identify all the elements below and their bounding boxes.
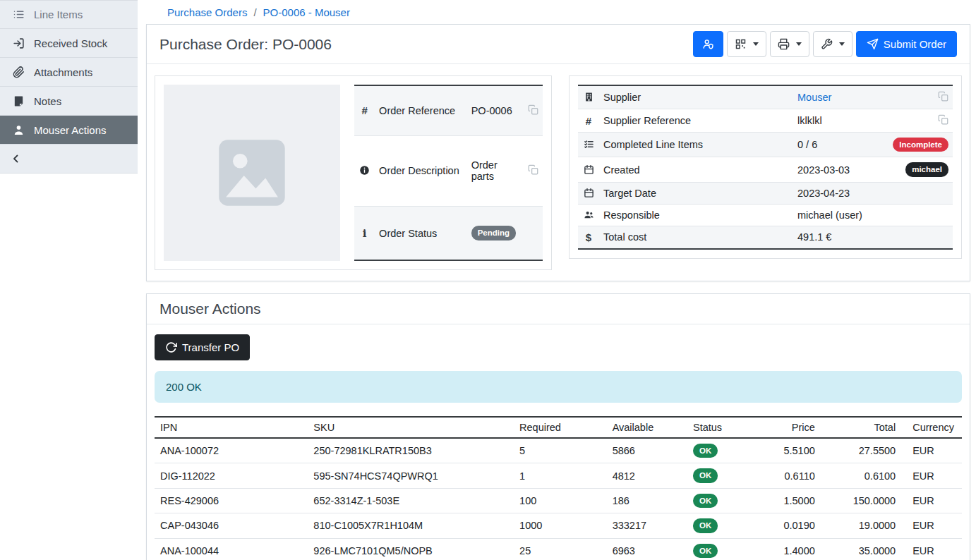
order-info-panel: # Order Reference PO-0006 Order Descript… bbox=[155, 75, 552, 270]
required-cell: 1 bbox=[514, 463, 607, 488]
ipn-cell: RES-429006 bbox=[155, 488, 308, 513]
sidebar-item-line-items[interactable]: Line Items bbox=[0, 0, 138, 29]
sku-cell: 926-LMC7101QM5/NOPB bbox=[308, 538, 514, 560]
hash-icon: # bbox=[586, 115, 591, 127]
chevron-left-icon bbox=[10, 152, 23, 165]
price-cell: 0.0190 bbox=[748, 513, 821, 538]
currency-cell: EUR bbox=[901, 438, 962, 463]
sku-cell: 595-SN74HCS74QPWRQ1 bbox=[308, 463, 514, 488]
paperclip-icon bbox=[12, 66, 25, 78]
parts-table-row: RES-429006 652-3314Z-1-503E 100 186 OK 1… bbox=[155, 488, 962, 513]
sign-in-icon bbox=[12, 37, 25, 49]
supplier-info-table: Supplier Mouser # Supplier Reference lkl… bbox=[578, 85, 953, 250]
ok-badge: OK bbox=[693, 518, 718, 532]
detail-row-supplier: Supplier Mouser bbox=[578, 85, 953, 109]
ok-badge: OK bbox=[693, 468, 718, 482]
calendar-icon bbox=[584, 188, 594, 198]
currency-cell: EUR bbox=[901, 463, 962, 488]
sku-cell: 652-3314Z-1-503E bbox=[308, 488, 514, 513]
sidebar-item-label: Attachments bbox=[34, 66, 92, 78]
caret-down-icon bbox=[753, 42, 759, 46]
hash-icon: # bbox=[361, 104, 367, 116]
submit-order-button[interactable]: Submit Order bbox=[856, 31, 957, 57]
total-cell: 19.0000 bbox=[821, 513, 901, 538]
copy-icon[interactable] bbox=[528, 166, 538, 177]
detail-row-order-description: Order Description Order parts bbox=[354, 135, 543, 206]
total-cell: 150.0000 bbox=[821, 488, 901, 513]
dollar-icon: $ bbox=[586, 231, 591, 243]
sku-cell: 250-72981KLRATR150B3 bbox=[308, 438, 514, 463]
sidebar-item-label: Mouser Actions bbox=[34, 124, 107, 136]
supplier-link[interactable]: Mouser bbox=[797, 92, 831, 103]
info-circle-icon bbox=[359, 165, 370, 176]
currency-cell: EUR bbox=[901, 513, 962, 538]
note-icon bbox=[12, 95, 25, 107]
ipn-cell: ANA-100044 bbox=[155, 538, 308, 560]
calendar-icon bbox=[584, 164, 594, 175]
toolbar: Submit Order bbox=[693, 31, 957, 57]
panel-title: Mouser Actions bbox=[159, 300, 261, 317]
users-icon bbox=[584, 209, 594, 220]
currency-cell: EUR bbox=[901, 538, 962, 560]
ipn-cell: ANA-100072 bbox=[155, 438, 308, 463]
caret-down-icon bbox=[796, 42, 802, 46]
available-cell: 186 bbox=[607, 488, 687, 513]
detail-row-target-date: Target Date 2023-04-23 bbox=[578, 182, 953, 204]
order-actions-menu-button[interactable] bbox=[813, 31, 853, 57]
status-cell: OK bbox=[687, 538, 748, 560]
mouser-actions-body: Transfer PO 200 OK IPN SKU Required Avai… bbox=[147, 324, 970, 560]
status-cell: OK bbox=[687, 488, 748, 513]
total-cell: 35.0000 bbox=[821, 538, 901, 560]
sidebar: Line Items Received Stock Attachments No… bbox=[0, 0, 138, 174]
available-cell: 6963 bbox=[607, 538, 687, 560]
available-cell: 5866 bbox=[607, 438, 687, 463]
status-badge: Pending bbox=[471, 226, 516, 240]
status-cell: OK bbox=[687, 463, 748, 488]
detail-row-responsible: Responsible michael (user) bbox=[578, 204, 953, 226]
status-cell: OK bbox=[687, 513, 748, 538]
page-title: Purchase Order: PO-0006 bbox=[159, 36, 332, 53]
status-cell: OK bbox=[687, 438, 748, 463]
sidebar-item-notes[interactable]: Notes bbox=[0, 87, 138, 116]
breadcrumb: Purchase Orders / PO-0006 - Mouser bbox=[146, 0, 970, 24]
mouser-actions-card: Mouser Actions Transfer PO 200 OK IPN SK… bbox=[146, 293, 970, 560]
available-cell: 333217 bbox=[607, 513, 687, 538]
sidebar-item-received-stock[interactable]: Received Stock bbox=[0, 29, 138, 58]
paper-plane-icon bbox=[867, 38, 879, 50]
list-icon bbox=[12, 8, 25, 21]
detail-row-completed-line-items: Completed Line Items 0 / 6 Incomplete bbox=[578, 133, 953, 157]
printer-icon bbox=[778, 38, 790, 50]
breadcrumb-link-purchase-orders[interactable]: Purchase Orders bbox=[167, 6, 247, 18]
currency-cell: EUR bbox=[901, 488, 962, 513]
user-badge: michael bbox=[905, 162, 948, 176]
list-check-icon bbox=[584, 139, 594, 150]
purchase-order-card: Purchase Order: PO-0006 bbox=[146, 24, 970, 281]
user-icon bbox=[12, 123, 25, 136]
sidebar-item-mouser-actions[interactable]: Mouser Actions bbox=[0, 116, 138, 145]
breadcrumb-link-current[interactable]: PO-0006 - Mouser bbox=[263, 6, 350, 18]
copy-icon[interactable] bbox=[938, 92, 948, 104]
print-menu-button[interactable] bbox=[770, 31, 809, 57]
sidebar-collapse-button[interactable] bbox=[0, 145, 138, 174]
incomplete-badge: Incomplete bbox=[893, 138, 948, 152]
wrench-icon bbox=[821, 38, 833, 50]
barcode-menu-button[interactable] bbox=[727, 31, 766, 57]
building-icon bbox=[584, 92, 594, 102]
required-cell: 5 bbox=[514, 438, 607, 463]
user-roles-button[interactable] bbox=[693, 31, 723, 57]
parts-table-row: DIG-112022 595-SN74HCS74QPWRQ1 1 4812 OK… bbox=[155, 463, 962, 488]
detail-row-created: Created 2023-03-03 michael bbox=[578, 157, 953, 182]
price-cell: 1.4000 bbox=[748, 538, 821, 560]
status-alert: 200 OK bbox=[155, 371, 962, 403]
copy-icon[interactable] bbox=[528, 106, 538, 117]
info-icon: i bbox=[363, 227, 367, 240]
sku-cell: 810-C1005X7R1H104M bbox=[308, 513, 514, 538]
copy-icon[interactable] bbox=[938, 116, 948, 127]
sidebar-item-attachments[interactable]: Attachments bbox=[0, 58, 138, 87]
caret-down-icon bbox=[839, 42, 845, 46]
required-cell: 1000 bbox=[514, 513, 607, 538]
required-cell: 25 bbox=[514, 538, 607, 560]
parts-table: IPN SKU Required Available Status Price … bbox=[155, 416, 962, 560]
transfer-po-button[interactable]: Transfer PO bbox=[155, 334, 250, 360]
price-cell: 1.5000 bbox=[748, 488, 821, 513]
